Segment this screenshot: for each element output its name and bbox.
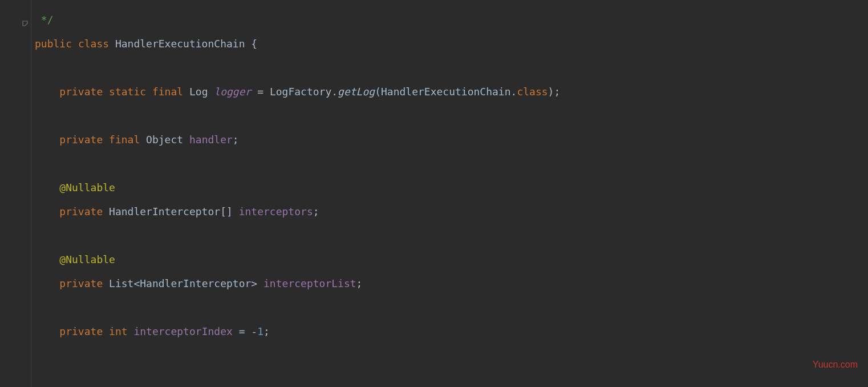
code-line xyxy=(35,104,868,128)
fold-outline-icon[interactable] xyxy=(22,11,29,18)
code-line xyxy=(35,152,868,176)
code-line: @Nullable xyxy=(35,176,868,200)
annotation: @Nullable xyxy=(59,182,115,194)
comment-end: */ xyxy=(35,14,54,26)
code-line: public class HandlerExecutionChain { xyxy=(35,32,868,56)
code-content[interactable]: */ public class HandlerExecutionChain { … xyxy=(31,0,868,387)
watermark: Yuucn.com xyxy=(813,353,858,377)
code-line: */ xyxy=(35,8,868,32)
code-line xyxy=(35,296,868,320)
code-line: private final Object handler; xyxy=(35,128,868,152)
code-editor: */ public class HandlerExecutionChain { … xyxy=(0,0,868,387)
code-line: private int interceptorIndex = -1; xyxy=(35,320,868,344)
code-line: private static final Log logger = LogFac… xyxy=(35,80,868,104)
code-line: private HandlerInterceptor[] interceptor… xyxy=(35,200,868,224)
code-line xyxy=(35,56,868,80)
annotation: @Nullable xyxy=(59,253,115,265)
editor-gutter xyxy=(0,0,31,387)
code-line xyxy=(35,224,868,248)
code-line: @Nullable xyxy=(35,248,868,272)
code-line: private List<HandlerInterceptor> interce… xyxy=(35,272,868,296)
